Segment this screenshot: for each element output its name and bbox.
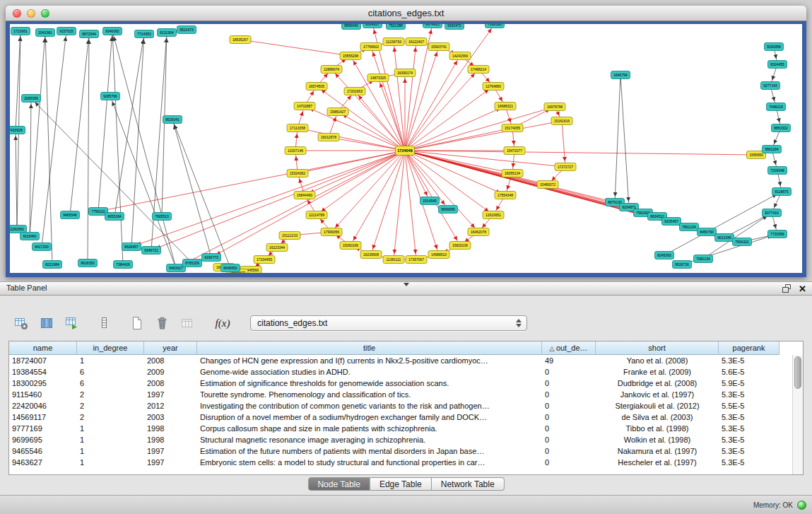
delete-column-button[interactable] — [153, 314, 172, 332]
graph-node[interactable]: 8674915 — [423, 24, 442, 28]
column-header-out_de[interactable]: △ out_de… — [542, 341, 596, 355]
column-header-name[interactable]: name — [9, 341, 77, 355]
table-selector-dropdown[interactable]: citations_edges.txt — [250, 315, 527, 331]
graph-node[interactable]: 9012345 — [715, 234, 734, 242]
zoom-window-button[interactable] — [41, 9, 49, 18]
graph-node[interactable]: 7433928 — [10, 127, 25, 134]
graph-node[interactable]: 16055134 — [502, 170, 523, 177]
graph-node[interactable]: 7396528 — [486, 24, 505, 28]
create-column-button[interactable] — [127, 314, 147, 332]
graph-node[interactable]: 16462078 — [468, 228, 489, 236]
graph-node[interactable]: 16574505 — [306, 83, 327, 90]
graph-node[interactable]: 12886674 — [321, 66, 342, 74]
graph-node[interactable]: 15324362 — [287, 170, 308, 177]
table-row[interactable]: 911546021997Tourette syndrome. Phenomeno… — [9, 389, 792, 400]
tab-edge-table[interactable]: Edge Table — [370, 477, 432, 491]
column-header-year[interactable]: year — [144, 341, 197, 355]
graph-node[interactable]: 7206648 — [768, 167, 787, 175]
graph-node[interactable]: 11236793 — [383, 38, 404, 46]
table-mode-button[interactable] — [11, 314, 31, 332]
graph-node[interactable]: 17999356 — [321, 228, 342, 236]
graph-node[interactable]: 1514545 — [420, 197, 440, 205]
table-row[interactable]: 2242004622012Investigating the contribut… — [9, 400, 792, 411]
graph-node[interactable]: 7905513 — [153, 213, 172, 221]
graph-node[interactable]: 7082134 — [694, 255, 713, 263]
graph-node[interactable]: 12610651 — [483, 211, 504, 219]
graph-node[interactable]: 15881427 — [327, 108, 348, 116]
graph-node[interactable]: 9346082 — [103, 28, 122, 35]
delete-table-button[interactable] — [178, 314, 198, 332]
column-header-title[interactable]: title — [197, 341, 542, 355]
graph-node[interactable]: 7654321 — [733, 238, 752, 246]
graph-node[interactable]: 14873325 — [367, 74, 389, 82]
graph-node[interactable]: 12214789 — [306, 211, 327, 219]
tab-node-table[interactable]: Node Table — [307, 477, 370, 491]
window-titlebar[interactable]: citations_edges.txt — [6, 6, 806, 21]
graph-node[interactable]: 8896640 — [342, 24, 361, 30]
graph-node[interactable]: 1724048 — [396, 146, 415, 156]
graph-node[interactable]: 8526041 — [163, 116, 182, 124]
graph-node[interactable]: 16390174 — [394, 69, 416, 77]
graph-node[interactable]: 7384426 — [114, 261, 133, 269]
graph-node[interactable]: 8456790 — [698, 228, 717, 236]
graph-node[interactable]: 7521388 — [387, 24, 406, 30]
table-row[interactable]: 1830029562008Estimation of significance … — [9, 378, 792, 389]
graph-node[interactable]: 17488214 — [468, 66, 489, 74]
graph-node[interactable]: 16844490 — [294, 192, 315, 199]
graph-node[interactable]: 2260650 — [10, 226, 27, 233]
close-window-button[interactable] — [13, 9, 21, 18]
graph-node[interactable]: 15161616 — [551, 117, 572, 125]
graph-node[interactable]: 16239908 — [360, 251, 382, 259]
graph-node[interactable]: 9285766 — [101, 93, 120, 100]
graph-node[interactable]: 16223344 — [266, 244, 288, 252]
table-vertical-scrollbar[interactable] — [792, 355, 803, 474]
graph-node[interactable]: 7730556 — [768, 230, 787, 238]
graph-node[interactable]: 9190773 — [202, 254, 221, 262]
graph-node[interactable]: 9157025 — [57, 28, 76, 35]
close-panel-icon[interactable]: ✕ — [799, 284, 806, 294]
graph-node[interactable]: 15472077 — [504, 147, 525, 155]
graph-node[interactable]: 9277143 — [761, 82, 780, 90]
graph-node[interactable]: 8417293 — [33, 243, 52, 251]
graph-node[interactable]: 17113358 — [287, 124, 308, 132]
graph-node[interactable]: 9314207 — [363, 24, 382, 28]
graph-node[interactable]: 8221984 — [43, 261, 62, 269]
graph-node[interactable]: 9528716 — [673, 261, 692, 269]
graph-node[interactable]: 15903741 — [428, 43, 449, 51]
graph-node[interactable]: 15174055 — [502, 124, 523, 132]
graph-node[interactable]: 9105467 — [662, 218, 681, 226]
graph-node[interactable]: 16122407 — [406, 38, 427, 46]
graph-node[interactable]: 9561184 — [763, 146, 782, 153]
graph-node[interactable]: 7714953 — [135, 30, 154, 38]
graph-node[interactable]: 9618350 — [78, 259, 98, 267]
graph-node[interactable]: 2043381 — [36, 29, 55, 37]
graph-node[interactable]: 17357067 — [406, 256, 427, 264]
graph-node[interactable]: 8765209 — [183, 259, 202, 267]
graph-node[interactable]: 9190858 — [765, 43, 784, 51]
graph-node[interactable]: 8853302 — [772, 124, 791, 132]
graph-node[interactable]: 9465546 — [61, 211, 80, 219]
graph-node[interactable]: 8048652 — [221, 264, 240, 272]
graph-node[interactable]: 7891234 — [680, 223, 699, 231]
graph-node[interactable]: 7448219 — [767, 103, 786, 111]
graph-node[interactable]: 15555298 — [340, 52, 361, 60]
graph-node[interactable]: 17766602 — [360, 43, 382, 51]
table-row[interactable]: 977716911998Corpus callosum shape and si… — [9, 423, 792, 434]
graph-node[interactable]: 8131904 — [158, 29, 177, 37]
graph-node[interactable]: 9346721 — [142, 247, 161, 255]
graph-node[interactable]: 14241569 — [449, 52, 471, 60]
table-row[interactable]: 946554611997Estimation of the future num… — [9, 445, 792, 457]
row-options-button[interactable] — [95, 314, 114, 332]
graph-node[interactable]: 11007146 — [285, 147, 306, 155]
graph-node[interactable]: 15112233 — [279, 232, 300, 240]
function-builder-button[interactable]: f(x) — [211, 314, 235, 332]
graph-node[interactable]: 15489372 — [537, 181, 558, 189]
table-row[interactable]: 946362711997Embryonic stem cells: a mode… — [9, 457, 792, 468]
graph-node[interactable]: 8628457 — [122, 243, 141, 251]
scrollbar-thumb[interactable] — [794, 356, 801, 389]
panel-resize-handle[interactable] — [404, 283, 409, 286]
graph-node[interactable]: 14702887 — [294, 103, 315, 110]
graph-node[interactable]: 17334455 — [254, 256, 275, 264]
table-row[interactable]: 1938455462009Genome-wide association stu… — [9, 366, 792, 378]
graph-node[interactable]: 17554348 — [495, 192, 516, 199]
